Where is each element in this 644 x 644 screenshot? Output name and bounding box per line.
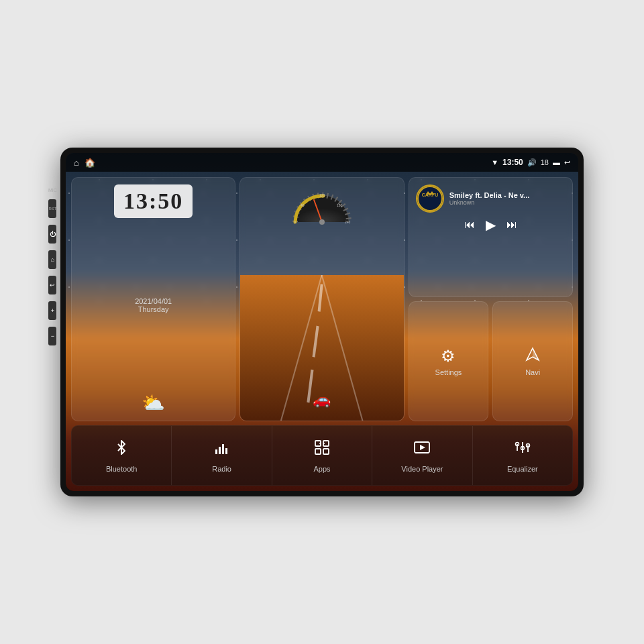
apps-button[interactable]: Apps — [272, 426, 372, 485]
back-side-icon: ↩ — [50, 282, 55, 288]
battery-icon: ▬ — [553, 158, 560, 166]
radio-button[interactable]: Radio — [172, 426, 272, 485]
vol-down-icon: − — [51, 333, 54, 339]
home-icon[interactable]: ⌂ — [74, 158, 79, 168]
rst-label: RST — [48, 207, 56, 211]
svg-text:180: 180 — [337, 203, 343, 207]
car-head-unit: MIC RST ⏻ ⌂ ↩ + − ⌂ 🏠 ▼ — [60, 148, 584, 496]
power-icon: ⏻ — [50, 231, 56, 237]
wifi-icon: ▼ — [491, 158, 498, 166]
clock-time: 13:50 — [123, 189, 183, 214]
house-icon[interactable]: 🏠 — [85, 158, 95, 168]
bluetooth-label: Bluetooth — [106, 465, 137, 473]
svg-rect-19 — [215, 449, 217, 454]
apps-icon — [313, 439, 331, 461]
svg-rect-20 — [219, 447, 221, 454]
status-right: ▼ 13:50 🔊 18 ▬ ↩ — [491, 158, 570, 167]
settings-icon: ⚙ — [441, 347, 455, 366]
music-info: CARFU Smiley ft. Delia - Ne v... Unknown — [416, 184, 566, 213]
screen: ⌂ 🏠 ▼ 13:50 🔊 18 ▬ ↩ 13:50 — [66, 153, 578, 491]
equalizer-button[interactable]: Equalizer — [473, 426, 572, 485]
settings-navi-row: ⚙ Settings Navi — [409, 301, 573, 421]
mic-label: MIC — [48, 188, 57, 193]
status-left: ⌂ 🏠 — [74, 158, 95, 168]
back-icon[interactable]: ↩ — [564, 158, 570, 167]
navi-icon — [525, 347, 540, 366]
weather-icon: ⛅ — [142, 392, 165, 414]
song-artist: Unknown — [449, 199, 530, 206]
svg-rect-22 — [225, 448, 227, 454]
side-button-group: MIC RST ⏻ ⌂ ↩ + − — [48, 188, 57, 345]
music-panel: CARFU Smiley ft. Delia - Ne v... Unknown… — [409, 177, 573, 297]
settings-button[interactable]: ⚙ Settings — [409, 301, 489, 421]
speedometer-gauge: 0 km/h 0 40 120 180 240 — [288, 183, 356, 227]
navi-button[interactable]: Navi — [492, 301, 573, 421]
svg-rect-21 — [222, 444, 224, 454]
svg-rect-26 — [323, 449, 329, 454]
vol-up-button[interactable]: + — [48, 301, 56, 320]
bluetooth-icon — [113, 439, 130, 461]
radio-label: Radio — [212, 465, 231, 473]
equalizer-label: Equalizer — [507, 465, 538, 473]
video-label: Video Player — [401, 465, 443, 473]
home-side-icon: ⌂ — [51, 256, 54, 263]
clock-panel: 13:50 2021/04/01 Thursday ⛅ — [71, 177, 235, 421]
svg-point-1 — [319, 219, 325, 225]
svg-line-13 — [309, 370, 313, 402]
next-button[interactable]: ⏭ — [506, 219, 517, 231]
main-content: 13:50 2021/04/01 Thursday ⛅ — [66, 172, 578, 491]
car-icon: 🚗 — [313, 391, 331, 409]
svg-rect-25 — [315, 449, 321, 454]
status-volume: 18 — [541, 158, 549, 166]
equalizer-icon — [514, 439, 531, 461]
navi-label: Navi — [525, 368, 540, 376]
status-bar: ⌂ 🏠 ▼ 13:50 🔊 18 ▬ ↩ — [66, 153, 578, 172]
clock-date: 2021/04/01 Thursday — [135, 297, 172, 313]
radio-icon — [213, 439, 231, 461]
svg-line-12 — [314, 326, 318, 357]
volume-icon: 🔊 — [527, 158, 537, 167]
svg-text:0: 0 — [294, 220, 296, 224]
play-button[interactable]: ▶ — [486, 217, 496, 233]
clock-display: 13:50 — [114, 184, 193, 218]
bottom-bar: Bluetooth Radio — [71, 425, 573, 486]
prev-button[interactable]: ⏮ — [464, 219, 475, 231]
vol-up-icon: + — [51, 307, 54, 314]
main-grid: 13:50 2021/04/01 Thursday ⛅ — [71, 177, 573, 421]
bluetooth-button[interactable]: Bluetooth — [72, 426, 172, 485]
song-title: Smiley ft. Delia - Ne v... — [449, 191, 530, 199]
home-side-button[interactable]: ⌂ — [48, 250, 56, 269]
music-text: Smiley ft. Delia - Ne v... Unknown — [449, 191, 530, 206]
video-icon — [413, 439, 431, 461]
speed-panel: 0 km/h 0 40 120 180 240 — [239, 177, 404, 421]
music-controls: ⏮ ▶ ⏭ — [416, 217, 566, 233]
status-time: 13:50 — [502, 158, 523, 167]
settings-label: Settings — [435, 368, 462, 376]
back-side-button[interactable]: ↩ — [48, 276, 56, 294]
svg-line-11 — [319, 284, 322, 311]
vol-down-button[interactable]: − — [48, 327, 56, 345]
svg-text:CARFU: CARFU — [421, 193, 438, 197]
svg-text:240: 240 — [345, 220, 351, 224]
svg-marker-30 — [420, 445, 425, 450]
power-button[interactable]: ⏻ — [48, 225, 56, 244]
video-player-button[interactable]: Video Player — [372, 426, 472, 485]
music-logo: CARFU — [416, 184, 444, 213]
apps-label: Apps — [313, 465, 330, 473]
svg-point-14 — [418, 186, 442, 211]
svg-text:120: 120 — [319, 193, 325, 197]
rst-button[interactable]: RST — [48, 199, 56, 218]
svg-text:40: 40 — [301, 203, 305, 207]
